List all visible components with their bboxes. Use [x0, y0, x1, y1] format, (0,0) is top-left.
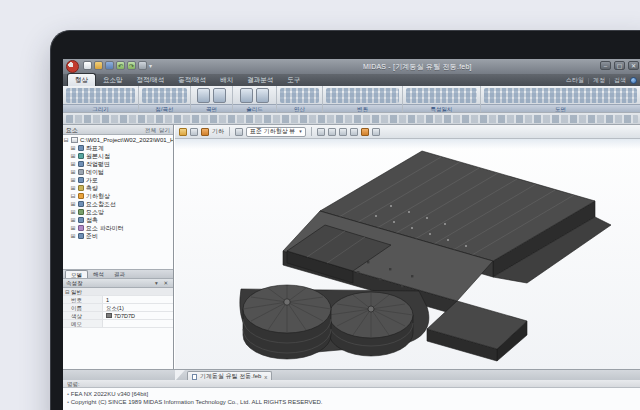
quick-access-dropdown-icon[interactable]: ▾: [149, 62, 152, 69]
panel-tab-model[interactable]: 모델: [65, 270, 88, 278]
property-section[interactable]: ⊟ 일반: [63, 288, 173, 296]
command-bar-header[interactable]: 명령:: [63, 380, 640, 388]
expand-icon[interactable]: ⊞: [70, 185, 76, 191]
pin-and-close-icons[interactable]: ▾ ✕: [155, 279, 170, 288]
expand-icon[interactable]: ⊞: [70, 209, 76, 215]
view-style-dropdown[interactable]: 표준 기하형상 뷰 ▾: [246, 127, 306, 137]
group-label: 곡면: [191, 104, 232, 112]
monitor-frame: ↶ ↷ ▾ MIDAS - [기계동실 유틸 전동.feb] – ▢ ✕ 형상 …: [50, 30, 640, 410]
work-tree: ⊟ C:\W01_Project\W02_2023\W01_H.. ⊞좌표계 ⊞…: [63, 136, 173, 240]
titlebar-right-links: 스타일 계정 검색: [566, 76, 637, 85]
tree-item-refline[interactable]: ⊞요소참조선: [63, 200, 173, 208]
tree-item-geometry[interactable]: ⊟기하형상: [63, 192, 173, 200]
folder-icon[interactable]: [179, 128, 187, 136]
select-icon[interactable]: [190, 128, 198, 136]
operation-tools-cluster[interactable]: [280, 88, 319, 103]
group-label: 그리기: [63, 104, 138, 112]
solid-big-button-2[interactable]: [256, 88, 269, 103]
account-link[interactable]: 계정: [593, 76, 605, 85]
tree-item-ready[interactable]: ⊞준비: [63, 232, 173, 240]
expand-icon[interactable]: ⊞: [70, 217, 76, 223]
save-icon[interactable]: [105, 61, 114, 70]
worktree-expand-button[interactable]: 전체: [145, 125, 156, 135]
expand-icon[interactable]: ⊞: [70, 225, 76, 231]
color-swatch[interactable]: [106, 313, 112, 318]
redo-icon[interactable]: ↷: [127, 61, 136, 70]
document-tab-bar: 기계동실 유틸 전동.feb x: [63, 369, 640, 380]
tree-item-survey[interactable]: ⊞측량: [63, 184, 173, 192]
tree-root[interactable]: ⊟ C:\W01_Project\W02_2023\W01_H..: [63, 136, 173, 144]
surface-big-button-2[interactable]: [213, 88, 226, 103]
property-value[interactable]: 7D7D7D: [103, 312, 173, 319]
tree-item-mesh[interactable]: ⊞요소망: [63, 208, 173, 216]
expand-icon[interactable]: ⊞: [70, 169, 76, 175]
tree-item-parameter[interactable]: ⊞요소 파라미터: [63, 224, 173, 232]
model-3d-water-treatment-plant[interactable]: [175, 139, 640, 369]
expand-icon[interactable]: ⊞: [70, 177, 76, 183]
group-label: 솔리드: [233, 104, 276, 112]
property-value[interactable]: 1: [103, 296, 173, 303]
measure-icon[interactable]: [372, 128, 380, 136]
ribbon-group-solid: 솔리드: [233, 86, 277, 112]
orbit-icon[interactable]: [350, 128, 358, 136]
view-mode-icon[interactable]: [235, 128, 243, 136]
expand-icon[interactable]: ⊞: [70, 161, 76, 167]
expand-icon[interactable]: ⊞: [70, 145, 76, 151]
point-curve-tools-cluster[interactable]: [142, 88, 187, 103]
viewport-3d[interactable]: 기하 표준 기하형상 뷰 ▾: [175, 125, 640, 369]
panel-tab-result[interactable]: 결과: [109, 270, 130, 278]
tab-geometry[interactable]: 형상: [67, 73, 96, 86]
undo-icon[interactable]: ↶: [116, 61, 125, 70]
zoom-fit-icon[interactable]: [317, 128, 325, 136]
collapse-icon[interactable]: ⊟: [70, 193, 76, 199]
group-label: 변환: [323, 104, 402, 112]
highlight-icon[interactable]: [201, 128, 209, 136]
minimize-button[interactable]: –: [600, 61, 611, 70]
property-value[interactable]: 요소(1): [103, 304, 173, 311]
tree-item-road[interactable]: ⊞가로: [63, 176, 173, 184]
expand-icon[interactable]: ⊞: [70, 201, 76, 207]
maximize-button[interactable]: ▢: [614, 61, 625, 70]
tab-static-analysis[interactable]: 정적/해석: [130, 74, 172, 86]
tab-layout[interactable]: 배치: [213, 74, 240, 86]
close-button[interactable]: ✕: [628, 61, 639, 70]
tree-item-workplane[interactable]: ⊞작업평면: [63, 160, 173, 168]
window-title: MIDAS - [기계동실 유틸 전동.feb]: [363, 62, 472, 72]
origin-view-icon: [78, 153, 84, 159]
search-link[interactable]: 검색: [614, 76, 626, 85]
tree-item-origin-view[interactable]: ⊞원본시점: [63, 152, 173, 160]
collapse-icon[interactable]: ⊟: [63, 137, 69, 143]
print-icon[interactable]: [138, 61, 147, 70]
panel-tab-analysis[interactable]: 해석: [88, 270, 109, 278]
expand-icon[interactable]: ⊞: [70, 153, 76, 159]
pan-icon[interactable]: [339, 128, 347, 136]
worktree-collapse-button[interactable]: 닫기: [159, 125, 170, 135]
render-icon[interactable]: [361, 128, 369, 136]
help-icon[interactable]: [630, 77, 637, 84]
tree-item-contact[interactable]: ⊞접촉: [63, 216, 173, 224]
match-tools-cluster[interactable]: [406, 88, 477, 103]
draw-tools-cluster[interactable]: [66, 88, 135, 103]
tab-results[interactable]: 결과분석: [240, 74, 280, 86]
surface-big-button[interactable]: [197, 88, 210, 103]
transform-tools-cluster[interactable]: [326, 88, 399, 103]
command-output-area[interactable]: FEA NX 2022KU v340 [64bit] Copyright (C)…: [63, 388, 640, 410]
solid-big-button[interactable]: [240, 88, 253, 103]
mesh-icon: [78, 209, 84, 215]
style-link[interactable]: 스타일: [566, 76, 584, 85]
main-area: 요소 전체 닫기 ⊟ C:\W01_Project\W02_2023\W01_H…: [63, 125, 640, 369]
tree-item-coordinate[interactable]: ⊞좌표계: [63, 144, 173, 152]
tree-item-datum[interactable]: ⊞데이텀: [63, 168, 173, 176]
drawing-tools-cluster[interactable]: [484, 88, 637, 103]
document-tab-close-icon[interactable]: x: [264, 374, 267, 380]
property-value[interactable]: [103, 320, 173, 327]
expand-icon[interactable]: ⊞: [70, 233, 76, 239]
tab-dynamic-analysis[interactable]: 동적/해석: [171, 74, 213, 86]
new-file-icon[interactable]: [83, 61, 92, 70]
app-logo-icon[interactable]: [66, 60, 79, 73]
zoom-window-icon[interactable]: [328, 128, 336, 136]
tab-tools[interactable]: 도구: [280, 74, 307, 86]
toolbar-icons-cluster[interactable]: [66, 115, 638, 123]
tab-mesh[interactable]: 요소망: [96, 74, 130, 86]
open-folder-icon[interactable]: [94, 61, 103, 70]
